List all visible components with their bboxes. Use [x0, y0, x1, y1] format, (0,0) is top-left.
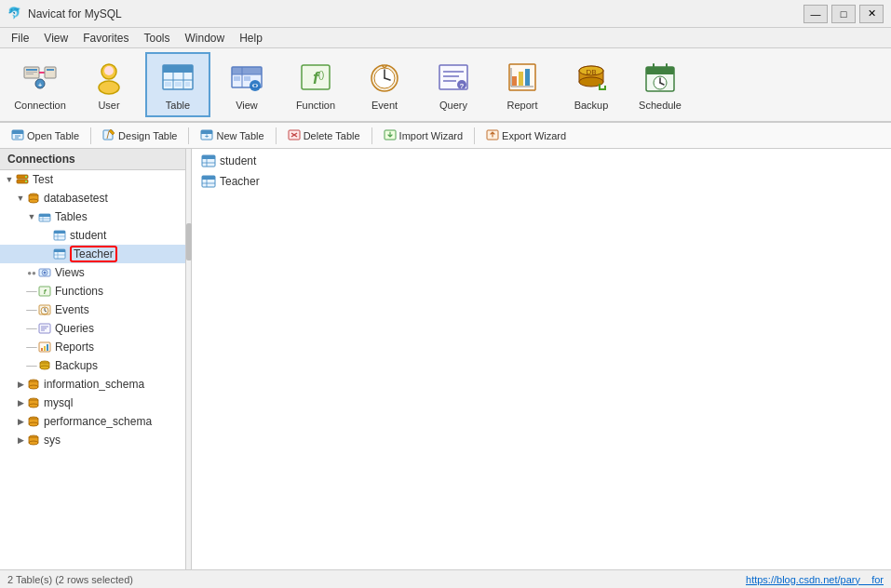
open-table-button[interactable]: Open Table: [4, 126, 87, 146]
svg-rect-132: [202, 176, 215, 180]
sidebar-item-backups[interactable]: ── Backups: [0, 356, 185, 375]
sidebar-item-sys[interactable]: ▶ sys: [0, 431, 185, 449]
svg-rect-111: [47, 344, 48, 351]
new-table-label: New Table: [216, 130, 263, 141]
export-wizard-label: Export Wizard: [502, 130, 566, 141]
expand-arrow-databasetest: ▼: [15, 193, 26, 204]
sidebar-scrollbar[interactable]: [186, 149, 192, 569]
tables-folder-icon: [37, 209, 52, 224]
expand-arrow-information-schema: ▶: [15, 379, 26, 390]
toolbar-schedule[interactable]: Schedule: [628, 52, 693, 117]
query-label: Query: [439, 100, 467, 111]
report-icon: [504, 59, 541, 96]
maximize-button[interactable]: □: [831, 5, 856, 23]
content-item-teacher[interactable]: Teacher: [194, 171, 889, 192]
svg-rect-2: [26, 72, 37, 73]
scrollbar-thumb[interactable]: [186, 223, 192, 261]
sidebar-item-views[interactable]: ●● Views: [0, 263, 185, 282]
svg-point-11: [99, 81, 119, 94]
window-controls: — □ ✕: [803, 5, 884, 23]
event-label: Event: [371, 100, 398, 111]
menu-view[interactable]: View: [36, 30, 75, 47]
sidebar-item-queries[interactable]: ── Queries: [0, 319, 185, 338]
toolbar-query[interactable]: ? Query: [421, 52, 486, 117]
databasetest-label: databasetest: [44, 192, 108, 205]
svg-rect-13: [163, 65, 193, 73]
sidebar-item-information-schema[interactable]: ▶ information_schema: [0, 375, 185, 394]
svg-point-97: [44, 272, 47, 274]
sidebar-item-mysql[interactable]: ▶ mysql: [0, 394, 185, 412]
mysql-icon: [26, 395, 41, 410]
sidebar-item-tables[interactable]: ▼ Tables: [0, 207, 185, 226]
sys-label: sys: [44, 434, 61, 447]
content-teacher-label: Teacher: [220, 175, 260, 188]
connection-icon: +: [21, 59, 59, 96]
menu-tools[interactable]: Tools: [137, 30, 178, 47]
sidebar-item-reports[interactable]: ── Reports: [0, 338, 185, 356]
svg-point-120: [29, 404, 38, 408]
expand-arrow-performance-schema: ▶: [15, 416, 26, 427]
content-area: student Teacher: [192, 149, 891, 569]
toolbar-connection[interactable]: + Connection: [7, 52, 73, 117]
sidebar-item-test[interactable]: ▼ Test: [0, 170, 185, 189]
svg-rect-109: [41, 348, 43, 351]
sidebar-item-events[interactable]: ── Events: [0, 301, 185, 319]
content-student-label: student: [220, 154, 256, 167]
export-wizard-button[interactable]: Export Wizard: [479, 126, 574, 146]
functions-label: Functions: [55, 285, 103, 298]
toolbar-function[interactable]: f () Function: [283, 52, 348, 117]
events-icon: [37, 302, 52, 317]
expand-arrow-sys: ▶: [15, 434, 26, 446]
svg-point-123: [29, 422, 38, 426]
statusbar: 2 Table(s) (2 rows selected) https://blo…: [0, 569, 891, 588]
svg-rect-47: [525, 69, 530, 86]
app-icon: 🐬: [7, 7, 22, 21]
svg-rect-46: [519, 72, 523, 86]
menu-help[interactable]: Help: [232, 30, 270, 47]
content-teacher-icon: [201, 174, 216, 189]
svg-rect-92: [54, 249, 65, 252]
table-icon: [159, 59, 196, 96]
toolbar-event[interactable]: Event: [352, 52, 417, 117]
performance-schema-icon: [26, 414, 41, 429]
sidebar-item-teacher[interactable]: ▶ Teacher: [0, 245, 185, 263]
svg-point-78: [25, 176, 27, 178]
new-table-button[interactable]: + New Table: [193, 126, 271, 146]
open-table-icon: [11, 128, 24, 143]
views-icon: [37, 265, 52, 280]
close-button[interactable]: ✕: [859, 5, 884, 23]
status-left: 2 Table(s) (2 rows selected): [7, 574, 133, 585]
database-icon: [26, 191, 41, 206]
svg-rect-110: [44, 346, 46, 351]
expand-arrow-mysql: ▶: [15, 397, 26, 408]
svg-rect-84: [39, 214, 50, 217]
design-table-icon: [102, 128, 115, 143]
toolbar-report[interactable]: Report: [490, 52, 555, 117]
schedule-icon: [641, 59, 679, 96]
content-item-student[interactable]: student: [194, 151, 889, 171]
menu-favorites[interactable]: Favorites: [75, 30, 136, 47]
query-icon: ?: [435, 59, 472, 96]
design-table-button[interactable]: Design Table: [95, 126, 184, 146]
svg-text:+: +: [38, 82, 42, 88]
menu-window[interactable]: Window: [178, 30, 233, 47]
toolbar-backup[interactable]: DB Backup: [559, 52, 624, 117]
toolbar-user[interactable]: User: [76, 52, 142, 117]
view-label: View: [236, 100, 258, 111]
sidebar-item-performance-schema[interactable]: ▶ performance_schema: [0, 412, 185, 431]
sidebar: Connections ▼ Test ▼: [0, 149, 186, 569]
sidebar-item-databasetest[interactable]: ▼ databasetest: [0, 189, 185, 207]
report-label: Report: [506, 100, 537, 111]
toolbar-table[interactable]: Table: [145, 52, 210, 117]
delete-table-button[interactable]: Delete Table: [280, 126, 368, 146]
svg-rect-56: [646, 67, 674, 74]
import-wizard-button[interactable]: Import Wizard: [376, 126, 470, 146]
queries-label: Queries: [55, 322, 94, 335]
sidebar-item-student[interactable]: ▶ student: [0, 226, 185, 245]
sidebar-item-functions[interactable]: ── f Functions: [0, 282, 185, 301]
toolbar-view[interactable]: View: [214, 52, 279, 117]
action-sep-1: [90, 127, 91, 144]
svg-rect-88: [54, 231, 65, 234]
menu-file[interactable]: File: [4, 30, 36, 47]
minimize-button[interactable]: —: [803, 5, 828, 23]
